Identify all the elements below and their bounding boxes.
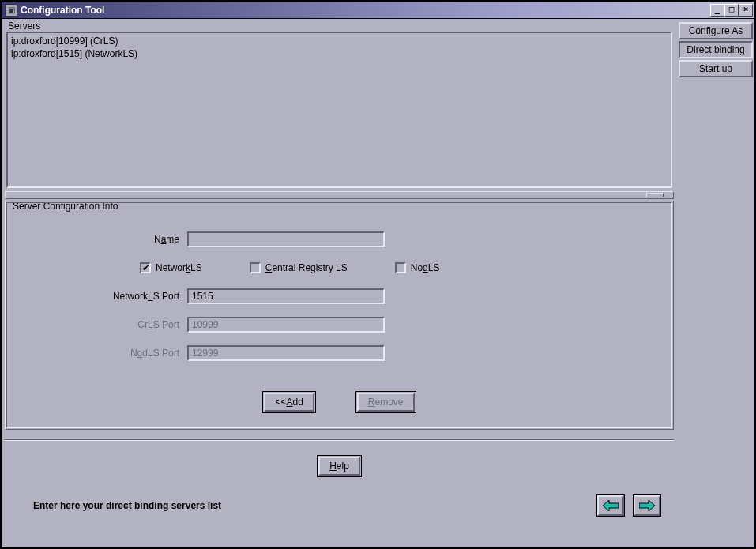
name-label: Name: [29, 234, 187, 245]
config-form: Name NetworkLS: [6, 209, 673, 429]
client-area: Servers ip:droxford[10999] (CrLS) ip:dro…: [2, 19, 754, 547]
help-button[interactable]: Help: [318, 457, 360, 476]
servers-group: Servers ip:droxford[10999] (CrLS) ip:dro…: [5, 21, 674, 190]
main-column: Servers ip:droxford[10999] (CrLS) ip:dro…: [2, 19, 677, 547]
next-button[interactable]: [633, 494, 661, 517]
divider: [5, 439, 674, 441]
server-config-group: Server Configuration Info Name NetworkLS: [5, 201, 674, 430]
centralregistry-checkbox-wrap: Central Registry LS: [250, 262, 348, 273]
remove-button-frame: Remove: [355, 391, 416, 413]
networkls-port-label: NetworkLS Port: [29, 291, 187, 302]
arrow-right-icon: [639, 500, 655, 511]
side-panel: Configure As Direct binding Start up: [677, 19, 754, 547]
server-item[interactable]: ip:droxford[1515] (NetworkLS): [9, 47, 669, 60]
networkls-checkbox[interactable]: [140, 262, 151, 273]
nodls-checkbox-label: NodLS: [411, 262, 440, 273]
networkls-checkbox-label: NetworkLS: [156, 262, 202, 273]
add-remove-row: << Add Remove: [29, 391, 649, 413]
splitter-grip-icon[interactable]: [646, 193, 664, 197]
nodls-port-row: NodLS Port: [29, 339, 649, 367]
window-controls: _ □ ×: [710, 4, 753, 17]
checkbox-row: NetworkLS Central Registry LS: [29, 254, 649, 282]
footer-hint: Enter here your direct binding servers l…: [33, 500, 589, 511]
nodls-port-input: [187, 345, 385, 361]
server-item[interactable]: ip:droxford[10999] (CrLS): [9, 35, 669, 47]
networkls-port-row: NetworkLS Port: [29, 282, 649, 310]
start-up-button[interactable]: Start up: [679, 60, 753, 77]
crls-port-label: CrLS Port: [29, 319, 187, 330]
nodls-port-label: NodLS Port: [29, 348, 187, 359]
nodls-checkbox[interactable]: [395, 262, 406, 273]
servers-list[interactable]: ip:droxford[10999] (CrLS) ip:droxford[15…: [6, 32, 672, 188]
window: ▣ Configuration Tool _ □ × Servers ip:dr…: [0, 0, 756, 549]
window-title: Configuration Tool: [21, 5, 710, 16]
arrow-left-icon: [603, 500, 619, 511]
minimize-button[interactable]: _: [710, 4, 724, 17]
configure-as-button[interactable]: Configure As: [679, 22, 753, 39]
help-row: Help: [2, 455, 677, 477]
add-button[interactable]: << Add: [264, 393, 314, 412]
help-button-frame: Help: [317, 455, 362, 477]
remove-button: Remove: [357, 393, 415, 412]
networkls-port-input[interactable]: [187, 288, 385, 304]
direct-binding-button[interactable]: Direct binding: [679, 41, 753, 58]
crls-port-input: [187, 317, 385, 333]
centralregistry-checkbox[interactable]: [250, 262, 261, 273]
splitter[interactable]: [5, 191, 674, 199]
footer: Enter here your direct binding servers l…: [2, 490, 677, 528]
nodls-checkbox-wrap: NodLS: [395, 262, 440, 273]
maximize-button[interactable]: □: [724, 4, 739, 17]
name-row: Name: [29, 225, 649, 254]
system-menu-icon[interactable]: ▣: [5, 4, 17, 17]
back-button[interactable]: [596, 494, 625, 517]
servers-group-label: Servers: [5, 21, 674, 32]
add-button-frame: << Add: [262, 391, 315, 413]
titlebar: ▣ Configuration Tool _ □ ×: [2, 2, 754, 19]
networkls-checkbox-wrap: NetworkLS: [140, 262, 202, 273]
centralregistry-checkbox-label: Central Registry LS: [265, 262, 348, 273]
close-button[interactable]: ×: [739, 4, 753, 17]
name-input[interactable]: [187, 231, 385, 247]
crls-port-row: CrLS Port: [29, 310, 649, 339]
